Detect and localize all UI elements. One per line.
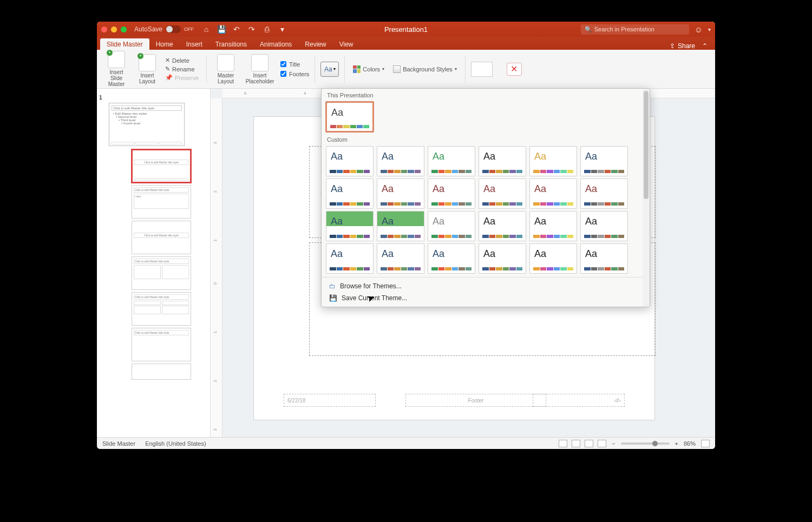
redo-icon[interactable]: ↷: [247, 24, 257, 34]
themes-dropdown-button[interactable]: Aa▾: [320, 62, 339, 77]
title-checkbox[interactable]: Title: [280, 61, 309, 68]
layout-thumbnail-2[interactable]: Click to edit Master title style • text: [132, 185, 191, 219]
rename-icon: ✎: [165, 65, 170, 72]
customize-qat-icon[interactable]: ▾: [277, 24, 287, 34]
theme-swatch[interactable]: Aa: [479, 211, 526, 241]
theme-swatch[interactable]: Aa: [377, 243, 424, 274]
fit-to-window-button[interactable]: [701, 440, 710, 447]
theme-swatch[interactable]: Aa: [428, 243, 475, 274]
share-label: Share: [678, 42, 695, 50]
search-input[interactable]: [594, 26, 685, 32]
master-layout-label: Master Layout: [214, 72, 237, 84]
layout-thumbnail-4[interactable]: Click to edit Master title style: [132, 256, 191, 290]
theme-swatch[interactable]: Aa: [377, 211, 424, 241]
theme-swatch[interactable]: Aa: [377, 179, 424, 209]
slide-size-button[interactable]: [471, 62, 493, 77]
status-language[interactable]: English (United States): [145, 440, 206, 447]
status-view-mode: Slide Master: [102, 440, 135, 447]
layout-thumbnail-3[interactable]: Click to edit Master title style: [132, 221, 191, 254]
footer-placeholder[interactable]: Footer: [405, 394, 546, 407]
slide-number-placeholder[interactable]: ‹#›: [533, 394, 625, 407]
insert-layout-button[interactable]: + Insert Layout: [135, 54, 160, 84]
home-icon[interactable]: ⌂: [201, 24, 211, 34]
themes-scrollbar[interactable]: [643, 89, 650, 307]
master-layout-button[interactable]: Master Layout: [212, 54, 239, 84]
tab-review[interactable]: Review: [298, 38, 332, 50]
delete-button[interactable]: ✕Delete: [163, 56, 201, 64]
theme-swatch[interactable]: Aa: [529, 146, 577, 176]
slide-master-thumbnail[interactable]: Click to edit Master title style • Edit …: [109, 103, 185, 146]
background-styles-dropdown[interactable]: Background Styles▾: [390, 64, 460, 74]
preserve-icon: 📌: [165, 74, 173, 81]
theme-swatch[interactable]: Aa: [529, 179, 577, 209]
colors-dropdown[interactable]: Colors▾: [350, 64, 387, 74]
reading-view-button[interactable]: [585, 440, 593, 447]
theme-swatch[interactable]: Aa: [428, 179, 475, 209]
powerpoint-window: AutoSave OFF ⌂ 💾 ↶ ↷ ⎙ ▾ Presentation1 🔍…: [97, 22, 715, 449]
tab-insert[interactable]: Insert: [180, 38, 209, 50]
theme-current[interactable]: Aa: [326, 102, 374, 132]
autosave-switch[interactable]: [166, 25, 181, 33]
normal-view-button[interactable]: [559, 440, 567, 447]
insert-placeholder-button[interactable]: Insert Placeholder: [243, 54, 277, 84]
folder-icon: 🗀: [329, 282, 336, 290]
thumbnail-pane[interactable]: 1 Click to edit Master title style • Edi…: [97, 89, 211, 437]
slide-sorter-button[interactable]: [572, 440, 580, 447]
theme-swatch[interactable]: Aa: [326, 179, 374, 209]
theme-swatch[interactable]: Aa: [377, 146, 424, 176]
slideshow-button[interactable]: [598, 440, 606, 447]
layout-thumbnail-1[interactable]: Click to edit Master title style: [132, 149, 191, 183]
layout-thumbnail-7[interactable]: [132, 364, 191, 380]
theme-swatch[interactable]: Aa: [326, 243, 374, 274]
layout-thumbnail-5[interactable]: Click to edit Master title style: [132, 292, 191, 326]
themes-section-custom: Custom: [322, 133, 650, 145]
zoom-in-button[interactable]: +: [675, 440, 678, 447]
feedback-chevron[interactable]: ▾: [708, 27, 711, 32]
theme-swatch[interactable]: Aa: [326, 211, 374, 241]
theme-swatch[interactable]: Aa: [326, 146, 374, 176]
theme-swatch[interactable]: Aa: [479, 243, 526, 274]
document-title: Presentation1: [384, 25, 428, 34]
theme-swatch[interactable]: Aa: [428, 146, 475, 176]
date-placeholder[interactable]: 6/22/18: [284, 394, 376, 407]
tab-home[interactable]: Home: [149, 38, 180, 50]
theme-swatch[interactable]: Aa: [428, 211, 475, 241]
collapse-ribbon-icon[interactable]: ⌃: [702, 42, 708, 50]
close-master-view-button[interactable]: ✕: [507, 63, 522, 76]
insert-slide-master-button[interactable]: + Insert Slide Master: [101, 51, 132, 87]
undo-icon[interactable]: ↶: [232, 24, 241, 34]
autosave-toggle[interactable]: AutoSave OFF: [134, 25, 194, 33]
save-icon[interactable]: 💾: [217, 24, 226, 34]
quick-access-toolbar: ⌂ 💾 ↶ ↷ ⎙ ▾: [201, 24, 287, 34]
zoom-window-icon[interactable]: [121, 27, 127, 32]
theme-swatch[interactable]: Aa: [529, 243, 577, 274]
tab-view[interactable]: View: [333, 38, 360, 50]
zoom-slider[interactable]: [621, 442, 670, 445]
feedback-icon[interactable]: ☺: [695, 25, 703, 34]
tab-slide-master[interactable]: Slide Master: [100, 38, 149, 50]
print-icon[interactable]: ⎙: [262, 24, 272, 34]
theme-swatch[interactable]: Aa: [580, 211, 628, 241]
theme-swatch[interactable]: Aa: [580, 243, 628, 274]
zoom-out-button[interactable]: −: [612, 440, 615, 447]
layout-thumbnail-6[interactable]: Click to edit Master title style: [132, 328, 191, 361]
tab-transitions[interactable]: Transitions: [209, 38, 253, 50]
minimize-window-icon[interactable]: [111, 27, 117, 32]
theme-swatch[interactable]: Aa: [479, 179, 526, 209]
theme-swatch[interactable]: Aa: [529, 211, 577, 241]
vertical-ruler: 3210123: [211, 98, 222, 437]
zoom-level[interactable]: 86%: [684, 440, 696, 447]
rename-button[interactable]: ✎Rename: [163, 65, 201, 73]
close-window-icon[interactable]: [101, 27, 107, 32]
theme-swatch[interactable]: Aa: [580, 146, 628, 176]
footers-checkbox[interactable]: Footers: [280, 70, 309, 78]
tab-animations[interactable]: Animations: [253, 38, 298, 50]
browse-themes-button[interactable]: 🗀 Browse for Themes...: [322, 280, 650, 292]
save-icon: 💾: [329, 294, 337, 302]
theme-swatch[interactable]: Aa: [580, 179, 628, 209]
theme-swatch[interactable]: Aa: [479, 146, 526, 176]
search-presentation[interactable]: 🔍: [581, 24, 689, 35]
share-button[interactable]: ⇪ Share ⌃: [662, 42, 715, 50]
autosave-state: OFF: [184, 27, 194, 32]
preserve-button[interactable]: 📌Preserve: [163, 74, 201, 82]
